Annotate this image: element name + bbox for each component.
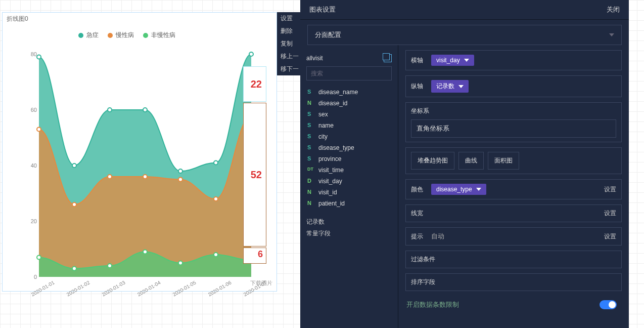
chart-type-curve[interactable]: 曲线 (458, 152, 484, 170)
field-type-badge: D (307, 178, 314, 185)
field-name: city (318, 133, 328, 140)
legend-item-0[interactable]: 急症 (78, 31, 99, 39)
field-item-disease_type[interactable]: Sdisease_type (306, 142, 392, 153)
annotation-value-0: 22 (243, 66, 266, 102)
menu-item-move-up[interactable]: 移上一 (277, 50, 301, 63)
tooltip-value: 自动 (431, 232, 444, 241)
svg-point-16 (108, 264, 112, 268)
tooltip-settings-link[interactable]: 设置 (604, 232, 616, 241)
svg-point-8 (72, 202, 76, 207)
menu-item-move-down[interactable]: 移下一 (277, 63, 301, 75)
menu-item-delete[interactable]: 删除 (277, 25, 301, 37)
chart-type-area[interactable]: 面积图 (488, 152, 519, 170)
svg-point-0 (37, 55, 41, 59)
field-name: disease_id (318, 100, 347, 107)
y-axis-value: 记录数 (436, 82, 454, 91)
chart-type-config: 堆叠趋势图 曲线 面积图 (405, 147, 622, 174)
x-axis-label: 横轴 (411, 56, 426, 65)
sort-config[interactable]: 排序字段 (405, 273, 622, 291)
chevron-down-icon (609, 33, 614, 36)
field-search-input[interactable] (306, 66, 392, 80)
color-settings-link[interactable]: 设置 (604, 185, 616, 194)
annotation-value-2: 6 (243, 248, 266, 264)
filter-label: 过滤条件 (411, 255, 435, 264)
download-image-link[interactable]: 下载图片 (250, 279, 272, 287)
line-width-config: 线宽 设置 (405, 204, 622, 222)
svg-point-10 (143, 175, 147, 179)
field-item-disease_name[interactable]: Sdisease_name (306, 87, 392, 98)
field-type-badge: S (307, 144, 314, 151)
coord-value-box[interactable]: 直角坐标系 (411, 119, 616, 138)
coord-config: 坐标系 直角坐标系 (405, 102, 622, 142)
field-item-patient_id[interactable]: Npatient_id (306, 198, 392, 209)
chart-title: 折线图0 (7, 15, 28, 23)
svg-point-6 (249, 52, 253, 56)
field-name: sex (318, 111, 328, 118)
field-name: visit_id (318, 189, 337, 196)
field-item-visit_time[interactable]: DTvisit_time (306, 165, 392, 176)
field-type-badge: S (307, 89, 314, 96)
color-config: 颜色 disease_type 设置 (405, 179, 622, 199)
x-axis-pill[interactable]: visit_day (431, 55, 474, 66)
chart-type-stacked[interactable]: 堆叠趋势图 (411, 152, 454, 170)
field-name: visit_time (318, 167, 344, 174)
y-axis-config: 纵轴 记录数 (405, 75, 622, 97)
line-width-settings-link[interactable]: 设置 (604, 209, 616, 218)
field-item-province[interactable]: Sprovince (306, 153, 392, 165)
svg-point-7 (37, 128, 41, 132)
settings-header: 图表设置 关闭 (300, 0, 629, 20)
filter-config[interactable]: 过滤条件 (405, 251, 622, 268)
field-constant[interactable]: 常量字段 (306, 228, 392, 239)
field-name: disease_name (318, 89, 358, 96)
field-type-badge: N (307, 200, 314, 207)
x-axis-value: visit_day (436, 57, 460, 64)
y-tick: 0 (25, 274, 37, 280)
facet-label: 分面配置 (315, 30, 341, 39)
field-name: name (318, 122, 334, 129)
field-item-visit_day[interactable]: Dvisit_day (306, 176, 392, 187)
svg-point-2 (108, 108, 112, 112)
menu-item-copy[interactable]: 复制 (277, 37, 301, 50)
chevron-down-icon (458, 85, 464, 88)
chart-legend: 急症 慢性病 非慢性病 (78, 31, 175, 39)
line-width-label: 线宽 (411, 209, 426, 218)
field-type-badge: S (307, 122, 314, 129)
y-tick: 40 (25, 162, 37, 169)
chart-plot-area: 0204060802020-01-012020-01-022020-01-032… (25, 54, 267, 279)
svg-point-15 (72, 267, 76, 271)
field-item-disease_id[interactable]: Ndisease_id (306, 98, 392, 109)
field-item-sex[interactable]: Ssex (306, 109, 392, 120)
field-type-badge: DT (307, 167, 314, 174)
field-name: patient_id (318, 200, 345, 207)
legend-dot-icon (78, 33, 83, 38)
svg-point-1 (72, 163, 76, 168)
field-record-count[interactable]: 记录数 (306, 216, 392, 228)
field-item-city[interactable]: Scity (306, 131, 392, 142)
y-tick: 20 (25, 218, 37, 224)
chart-panel[interactable]: 折线图0 急症 慢性病 非慢性病 0204060802020-01-012020… (2, 12, 277, 292)
y-axis-pill[interactable]: 记录数 (431, 80, 469, 93)
svg-point-17 (143, 250, 147, 254)
chevron-down-icon (476, 188, 481, 191)
color-pill[interactable]: disease_type (431, 184, 486, 195)
chart-settings-panel: 图表设置 关闭 分面配置 allvisit Sdisease_nameNdise… (300, 0, 629, 328)
field-list-column: allvisit Sdisease_nameNdisease_idSsexSna… (300, 45, 398, 328)
menu-item-settings[interactable]: 设置 (277, 12, 301, 25)
field-type-badge: S (307, 155, 314, 162)
legend-item-1[interactable]: 慢性病 (108, 31, 134, 39)
legend-label: 急症 (86, 31, 99, 39)
tooltip-label: 提示 (411, 232, 426, 241)
svg-point-3 (143, 108, 147, 112)
annotation-value-1: 52 (243, 103, 266, 247)
field-type-badge: S (307, 111, 314, 118)
field-item-visit_id[interactable]: Nvisit_id (306, 187, 392, 198)
y-tick: 60 (25, 107, 37, 113)
field-item-name[interactable]: Sname (306, 120, 392, 131)
legend-item-2[interactable]: 非慢性病 (143, 31, 175, 39)
row-limit-toggle[interactable] (600, 300, 617, 309)
svg-point-19 (214, 253, 218, 257)
facet-config-collapse[interactable]: 分面配置 (307, 25, 622, 45)
area-chart-svg (39, 54, 251, 277)
copy-icon[interactable] (384, 54, 392, 62)
close-button[interactable]: 关闭 (607, 5, 620, 14)
